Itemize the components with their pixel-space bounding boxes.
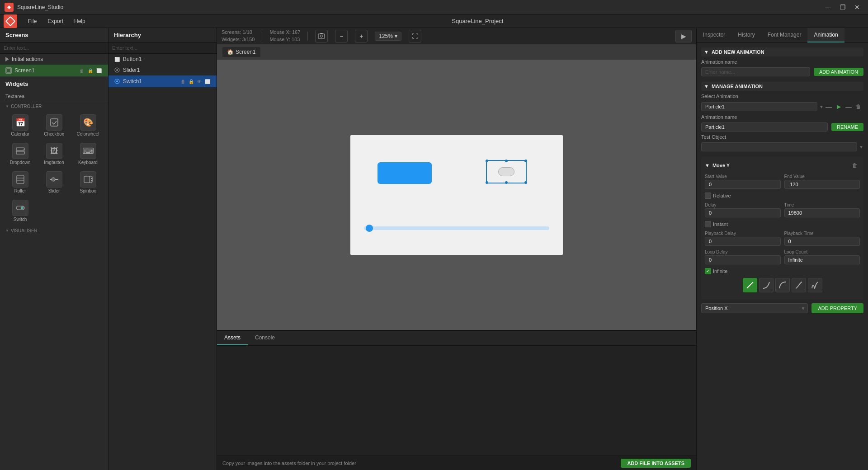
relative-checkbox-label[interactable]: Relative	[705, 193, 731, 199]
time-label: Time	[784, 202, 860, 207]
calendar-widget[interactable]: 📅 Calendar	[4, 112, 37, 139]
end-value-input[interactable]	[784, 180, 860, 189]
textarea-widget-item[interactable]: Textarea	[0, 91, 108, 102]
hierarchy-panel: Hierarchy ⬜ Button1 Slider1 Switch1 🗑 🔒 …	[108, 28, 217, 470]
screen-delete-btn[interactable]: 🗑	[78, 67, 85, 74]
checkbox-widget[interactable]: Checkbox	[38, 112, 71, 139]
start-value-input[interactable]	[705, 180, 781, 189]
imgbutton-widget[interactable]: 🖼 Imgbutton	[38, 140, 71, 168]
canvas-viewport[interactable]	[217, 60, 696, 330]
instant-checkbox-label[interactable]: Instant	[705, 221, 728, 227]
close-button[interactable]: ✕	[851, 3, 863, 12]
screen-lock-btn[interactable]: 🔒	[87, 67, 94, 74]
zoom-in-btn[interactable]: +	[355, 30, 368, 42]
help-menu[interactable]: Help	[69, 16, 91, 26]
hierarchy-search-input[interactable]	[108, 42, 217, 54]
switch1-eye-btn[interactable]: 👁	[196, 78, 203, 85]
button1-item[interactable]: ⬜ Button1	[108, 54, 217, 65]
switch1-lock-btn[interactable]: 🔒	[188, 78, 195, 85]
screens-search-input[interactable]	[0, 42, 108, 54]
test-object-select[interactable]	[701, 142, 857, 151]
curve-bounce-btn[interactable]	[808, 278, 822, 292]
time-input[interactable]	[784, 208, 860, 217]
font-manager-tab[interactable]: Font Manager	[761, 28, 808, 42]
anim-play-btn[interactable]: ▶	[834, 102, 844, 112]
canvas-slider1[interactable]	[364, 226, 549, 230]
minimize-button[interactable]: —	[822, 3, 835, 12]
controller-section[interactable]: ▼ CONTROLLER	[0, 102, 108, 110]
playback-time-input[interactable]	[784, 237, 860, 246]
switch1-copy-btn[interactable]: ⬜	[204, 78, 211, 85]
animation-name-input-row: ADD ANIMATION	[701, 67, 863, 76]
animation-name-edit-input[interactable]	[701, 122, 828, 132]
switch-inner	[498, 167, 514, 176]
canvas-button1[interactable]	[377, 162, 432, 184]
anim-delete-btn[interactable]: 🗑	[854, 102, 863, 112]
anim-divider2: —	[845, 103, 852, 110]
assets-tab[interactable]: Assets	[217, 331, 248, 345]
keyboard-label: Keyboard	[78, 160, 98, 165]
infinite-checkbox-label[interactable]: Infinite	[705, 268, 727, 274]
animation-select[interactable]: Particle1	[701, 102, 817, 111]
console-tab[interactable]: Console	[248, 331, 282, 345]
screen-copy-btn[interactable]: ⬜	[95, 67, 103, 74]
file-menu[interactable]: File	[23, 16, 42, 26]
canvas-tab[interactable]: 🏠 Screen1	[222, 47, 260, 57]
history-tab[interactable]: History	[731, 28, 761, 42]
export-menu[interactable]: Export	[42, 16, 69, 26]
mouse-y-value: 103	[292, 37, 300, 42]
animation-tab[interactable]: Animation	[807, 28, 844, 42]
relative-checkbox[interactable]	[705, 193, 711, 199]
spinbox-label: Spinbox	[80, 188, 96, 193]
roller-widget[interactable]: Roller	[4, 169, 37, 196]
animation-name-input[interactable]	[701, 67, 810, 76]
loop-delay-label: Loop Delay	[705, 249, 781, 254]
fullscreen-btn[interactable]: ⛶	[409, 30, 421, 42]
keyboard-widget[interactable]: ⌨ Keyboard	[71, 140, 104, 168]
spinbox-widget[interactable]: ▲▼ Spinbox	[71, 169, 104, 196]
move-y-title: Move Y	[712, 163, 730, 168]
visualiser-section[interactable]: ▼ VISUALISER	[0, 226, 108, 234]
switch1-delete-btn[interactable]: 🗑	[179, 78, 187, 85]
instant-checkbox[interactable]	[705, 221, 711, 227]
property-select[interactable]: Position X Position Y Width Height Opaci…	[701, 303, 808, 313]
imgbutton-icon: 🖼	[46, 143, 62, 159]
rename-button[interactable]: RENAME	[831, 123, 863, 131]
move-y-header[interactable]: ▼ Move Y 🗑	[705, 160, 860, 170]
curve-buttons	[705, 278, 860, 292]
curve-ease-in-btn[interactable]	[759, 278, 774, 292]
colorwheel-widget[interactable]: 🎨 Colorwheel	[71, 112, 104, 139]
add-file-button[interactable]: ADD FILE INTO ASSETS	[621, 459, 691, 468]
move-y-delete-btn[interactable]: 🗑	[850, 160, 860, 170]
slider1-item[interactable]: Slider1	[108, 65, 217, 75]
mouse-x-label: Mouse X:	[269, 29, 290, 35]
curve-ease-out-btn[interactable]	[775, 278, 790, 292]
add-new-animation-section: ▼ ADD NEW ANIMATION Animation name ADD A…	[701, 47, 863, 76]
loop-count-input[interactable]	[784, 255, 860, 264]
initial-actions-item[interactable]: Initial actions	[0, 54, 108, 65]
play-button[interactable]: ▶	[675, 30, 692, 42]
curve-linear-btn[interactable]	[743, 278, 757, 292]
screen1-item[interactable]: Screen1 🗑 🔒 ⬜	[0, 65, 108, 76]
dropdown-widget[interactable]: Dropdown	[4, 140, 37, 168]
infinite-checkbox[interactable]	[705, 268, 711, 274]
zoom-out-btn[interactable]: −	[335, 30, 348, 42]
add-property-button[interactable]: ADD PROPERTY	[811, 303, 863, 313]
start-value-label: Start Value	[705, 174, 781, 179]
loop-delay-input[interactable]	[705, 255, 781, 264]
screenshot-btn[interactable]	[315, 30, 328, 42]
slider-widget[interactable]: Slider	[38, 169, 71, 196]
switch1-item[interactable]: Switch1 🗑 🔒 👁 ⬜	[108, 75, 217, 87]
curve-ease-inout-btn[interactable]	[792, 278, 806, 292]
infinite-row: Infinite	[705, 268, 860, 274]
instant-label: Instant	[713, 221, 728, 227]
add-animation-button[interactable]: ADD ANIMATION	[814, 68, 863, 76]
delay-input[interactable]	[705, 208, 781, 217]
canvas-switch1[interactable]	[486, 160, 527, 183]
maximize-button[interactable]: ❐	[836, 3, 849, 12]
instant-row: Instant	[705, 221, 860, 227]
inspector-tab[interactable]: Inspector	[697, 28, 731, 42]
playback-delay-input[interactable]	[705, 237, 781, 246]
slider-thumb[interactable]	[366, 225, 373, 232]
switch-widget[interactable]: Switch	[4, 197, 37, 225]
